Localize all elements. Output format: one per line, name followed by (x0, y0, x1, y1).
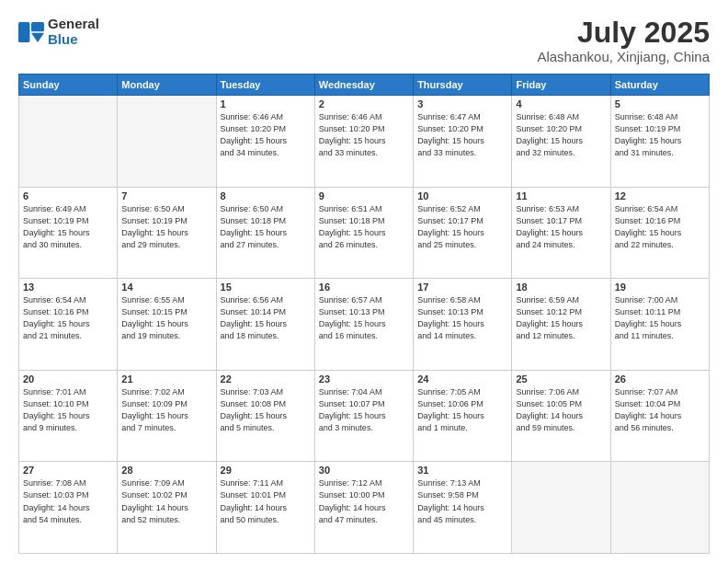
calendar-cell: 26Sunrise: 7:07 AM Sunset: 10:04 PM Dayl… (610, 370, 709, 462)
calendar-cell: 21Sunrise: 7:02 AM Sunset: 10:09 PM Dayl… (118, 370, 216, 462)
calendar-cell (118, 96, 216, 188)
logo: General Blue (18, 17, 99, 47)
day-number: 19 (615, 282, 705, 293)
calendar-week-row: 1Sunrise: 6:46 AM Sunset: 10:20 PM Dayli… (19, 96, 710, 188)
logo-text: General Blue (48, 17, 99, 47)
calendar-cell (512, 462, 610, 554)
day-info: Sunrise: 6:54 AM Sunset: 10:16 PM Daylig… (615, 203, 705, 251)
day-info: Sunrise: 6:46 AM Sunset: 10:20 PM Daylig… (319, 111, 409, 159)
calendar-cell: 29Sunrise: 7:11 AM Sunset: 10:01 PM Dayl… (216, 462, 314, 554)
calendar-header-row: SundayMondayTuesdayWednesdayThursdayFrid… (19, 75, 710, 96)
day-number: 27 (23, 465, 113, 476)
calendar-week-row: 27Sunrise: 7:08 AM Sunset: 10:03 PM Dayl… (19, 462, 710, 554)
day-info: Sunrise: 6:55 AM Sunset: 10:15 PM Daylig… (121, 294, 211, 342)
calendar-week-row: 13Sunrise: 6:54 AM Sunset: 10:16 PM Dayl… (19, 279, 710, 371)
logo-general: General (48, 17, 99, 32)
calendar-cell: 23Sunrise: 7:04 AM Sunset: 10:07 PM Dayl… (314, 370, 413, 462)
day-number: 16 (319, 282, 409, 293)
calendar-week-row: 20Sunrise: 7:01 AM Sunset: 10:10 PM Dayl… (19, 370, 710, 462)
month-year: July 2025 (537, 17, 710, 49)
calendar-cell (19, 96, 118, 188)
calendar-cell: 6Sunrise: 6:49 AM Sunset: 10:19 PM Dayli… (19, 187, 118, 279)
day-number: 10 (417, 190, 507, 201)
day-info: Sunrise: 6:58 AM Sunset: 10:13 PM Daylig… (417, 294, 507, 342)
calendar-cell: 22Sunrise: 7:03 AM Sunset: 10:08 PM Dayl… (216, 370, 314, 462)
svg-rect-0 (18, 22, 29, 42)
day-number: 22 (221, 373, 311, 385)
calendar-cell: 9Sunrise: 6:51 AM Sunset: 10:18 PM Dayli… (314, 187, 413, 279)
day-info: Sunrise: 7:01 AM Sunset: 10:10 PM Daylig… (23, 386, 113, 434)
calendar-cell: 30Sunrise: 7:12 AM Sunset: 10:00 PM Dayl… (314, 462, 413, 554)
day-info: Sunrise: 6:46 AM Sunset: 10:20 PM Daylig… (221, 111, 311, 159)
calendar-table: SundayMondayTuesdayWednesdayThursdayFrid… (18, 74, 710, 554)
col-header-sunday: Sunday (19, 75, 118, 96)
day-number: 8 (221, 190, 311, 201)
day-info: Sunrise: 6:59 AM Sunset: 10:12 PM Daylig… (516, 294, 606, 342)
day-info: Sunrise: 7:13 AM Sunset: 9:58 PM Dayligh… (417, 477, 507, 525)
day-info: Sunrise: 6:56 AM Sunset: 10:14 PM Daylig… (221, 294, 311, 342)
calendar-cell: 4Sunrise: 6:48 AM Sunset: 10:20 PM Dayli… (512, 96, 610, 188)
calendar-cell: 28Sunrise: 7:09 AM Sunset: 10:02 PM Dayl… (118, 462, 216, 554)
calendar-cell: 25Sunrise: 7:06 AM Sunset: 10:05 PM Dayl… (512, 370, 610, 462)
day-info: Sunrise: 7:09 AM Sunset: 10:02 PM Daylig… (121, 477, 211, 525)
title-block: July 2025 Alashankou, Xinjiang, China (537, 17, 710, 64)
day-info: Sunrise: 6:50 AM Sunset: 10:19 PM Daylig… (121, 203, 211, 251)
day-info: Sunrise: 7:03 AM Sunset: 10:08 PM Daylig… (221, 386, 311, 434)
calendar-cell: 18Sunrise: 6:59 AM Sunset: 10:12 PM Dayl… (512, 279, 610, 371)
calendar-cell: 27Sunrise: 7:08 AM Sunset: 10:03 PM Dayl… (19, 462, 118, 554)
day-info: Sunrise: 6:51 AM Sunset: 10:18 PM Daylig… (319, 203, 409, 251)
day-info: Sunrise: 6:47 AM Sunset: 10:20 PM Daylig… (417, 111, 507, 159)
day-info: Sunrise: 7:08 AM Sunset: 10:03 PM Daylig… (23, 477, 113, 525)
calendar-cell: 17Sunrise: 6:58 AM Sunset: 10:13 PM Dayl… (414, 279, 512, 371)
col-header-monday: Monday (118, 75, 216, 96)
day-info: Sunrise: 6:52 AM Sunset: 10:17 PM Daylig… (417, 203, 507, 251)
day-number: 31 (417, 465, 507, 476)
calendar-cell: 15Sunrise: 6:56 AM Sunset: 10:14 PM Dayl… (216, 279, 314, 371)
calendar-week-row: 6Sunrise: 6:49 AM Sunset: 10:19 PM Dayli… (19, 187, 710, 279)
header: General Blue July 2025 Alashankou, Xinji… (18, 17, 710, 64)
day-number: 12 (615, 190, 705, 201)
day-info: Sunrise: 6:50 AM Sunset: 10:18 PM Daylig… (221, 203, 311, 251)
page: General Blue July 2025 Alashankou, Xinji… (0, 0, 728, 563)
calendar-cell: 16Sunrise: 6:57 AM Sunset: 10:13 PM Dayl… (314, 279, 413, 371)
day-info: Sunrise: 6:49 AM Sunset: 10:19 PM Daylig… (23, 203, 113, 251)
day-info: Sunrise: 6:48 AM Sunset: 10:19 PM Daylig… (615, 111, 705, 159)
col-header-wednesday: Wednesday (314, 75, 413, 96)
day-number: 29 (221, 465, 311, 476)
day-info: Sunrise: 7:06 AM Sunset: 10:05 PM Daylig… (516, 386, 606, 434)
col-header-thursday: Thursday (414, 75, 512, 96)
col-header-friday: Friday (512, 75, 610, 96)
col-header-tuesday: Tuesday (216, 75, 314, 96)
day-info: Sunrise: 7:12 AM Sunset: 10:00 PM Daylig… (319, 477, 409, 525)
logo-icon (18, 22, 44, 42)
day-number: 14 (121, 282, 211, 293)
day-number: 4 (516, 98, 606, 109)
day-number: 5 (615, 98, 705, 109)
day-info: Sunrise: 7:07 AM Sunset: 10:04 PM Daylig… (615, 386, 705, 434)
calendar-cell: 10Sunrise: 6:52 AM Sunset: 10:17 PM Dayl… (414, 187, 512, 279)
calendar-cell: 3Sunrise: 6:47 AM Sunset: 10:20 PM Dayli… (414, 96, 512, 188)
location: Alashankou, Xinjiang, China (537, 49, 710, 64)
day-number: 9 (319, 190, 409, 201)
day-number: 17 (417, 282, 507, 293)
calendar-cell: 7Sunrise: 6:50 AM Sunset: 10:19 PM Dayli… (118, 187, 216, 279)
calendar-cell (610, 462, 709, 554)
day-info: Sunrise: 6:57 AM Sunset: 10:13 PM Daylig… (319, 294, 409, 342)
day-info: Sunrise: 6:53 AM Sunset: 10:17 PM Daylig… (516, 203, 606, 251)
day-number: 23 (319, 373, 409, 385)
day-number: 13 (23, 282, 113, 293)
day-info: Sunrise: 7:00 AM Sunset: 10:11 PM Daylig… (615, 294, 705, 342)
day-number: 1 (221, 98, 311, 109)
svg-marker-2 (31, 32, 44, 41)
calendar-cell: 11Sunrise: 6:53 AM Sunset: 10:17 PM Dayl… (512, 187, 610, 279)
day-number: 18 (516, 282, 606, 293)
calendar-cell: 12Sunrise: 6:54 AM Sunset: 10:16 PM Dayl… (610, 187, 709, 279)
day-number: 20 (23, 373, 113, 385)
day-info: Sunrise: 7:02 AM Sunset: 10:09 PM Daylig… (121, 386, 211, 434)
calendar-cell: 13Sunrise: 6:54 AM Sunset: 10:16 PM Dayl… (19, 279, 118, 371)
day-number: 24 (417, 373, 507, 385)
calendar-cell: 2Sunrise: 6:46 AM Sunset: 10:20 PM Dayli… (314, 96, 413, 188)
calendar-cell: 14Sunrise: 6:55 AM Sunset: 10:15 PM Dayl… (118, 279, 216, 371)
day-number: 21 (121, 373, 211, 385)
logo-blue: Blue (48, 32, 99, 48)
